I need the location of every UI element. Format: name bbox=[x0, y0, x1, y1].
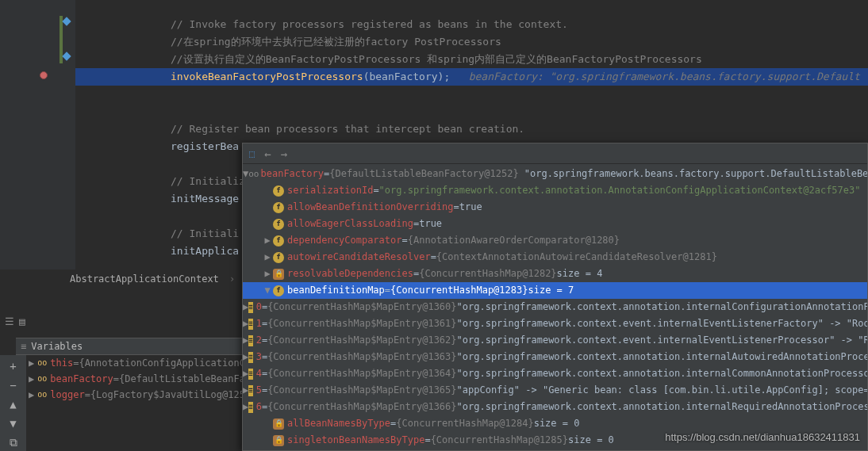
tree-node[interactable]: ▶🔒resolvableDependencies = {ConcurrentHa… bbox=[243, 266, 867, 282]
override-marker-icon[interactable] bbox=[62, 52, 71, 60]
type-value: {ConcurrentHashMap@1282} bbox=[419, 266, 556, 282]
string-value: "org.springframework.context.annotation.… bbox=[457, 349, 867, 365]
up-icon[interactable]: ▲ bbox=[6, 398, 21, 412]
field-name: autowireCandidateResolver bbox=[287, 249, 431, 266]
tree-node[interactable]: ▶≡0 = {ConcurrentHashMap$MapEntry@1360} … bbox=[243, 299, 867, 315]
field-name: dependencyComparator bbox=[287, 232, 402, 249]
variable-row[interactable]: ▶oo this = {AnnotationConfigApplicationC… bbox=[29, 355, 243, 371]
field-icon: f bbox=[273, 285, 284, 296]
tree-node[interactable]: ▶fdependencyComparator = {AnnotationAwar… bbox=[243, 232, 867, 249]
index-icon: ≡ bbox=[248, 319, 252, 330]
variable-row[interactable]: ▶oo logger = {LogFactory$JavaUtilLog@125 bbox=[29, 387, 243, 403]
lock-icon: 🔒 bbox=[273, 419, 284, 430]
expand-icon[interactable]: ▼ bbox=[262, 282, 273, 299]
variables-panel-header[interactable]: ≡ Variables bbox=[16, 338, 242, 355]
string-value: "appConfig" -> "Generic bean: class [com… bbox=[457, 382, 867, 399]
vars-icon: ≡ bbox=[21, 341, 26, 352]
field-icon: f bbox=[273, 219, 284, 230]
string-value: "org.springframework.context.annotation.… bbox=[457, 299, 867, 315]
index-label: 4 bbox=[256, 365, 262, 382]
type-value: {ConcurrentHashMap@1284} bbox=[396, 415, 533, 432]
string-value: "org.springframework.context.event.inter… bbox=[457, 315, 867, 332]
expand-icon[interactable]: ▶ bbox=[243, 365, 248, 382]
tree-node[interactable]: fallowBeanDefinitionOverriding = true bbox=[243, 199, 867, 216]
frames-icon[interactable]: ☰ bbox=[5, 315, 14, 327]
expand-icon[interactable]: ▶ bbox=[29, 371, 34, 387]
expand-icon[interactable]: ▶ bbox=[243, 332, 248, 349]
breadcrumb-item[interactable]: AbstractApplicationContext bbox=[70, 273, 219, 285]
expand-icon[interactable]: ▶ bbox=[262, 232, 273, 249]
index-label: 0 bbox=[256, 299, 262, 315]
expand-icon[interactable]: ▶ bbox=[262, 266, 273, 282]
lock-icon: 🔒 bbox=[273, 435, 284, 446]
expand-icon[interactable]: ▶ bbox=[243, 399, 248, 415]
index-icon: ≡ bbox=[248, 369, 252, 380]
breakpoint-icon[interactable] bbox=[40, 71, 48, 79]
expand-icon[interactable]: ▶ bbox=[243, 299, 248, 315]
expand-icon[interactable]: ▶ bbox=[262, 249, 273, 266]
target-icon[interactable]: ⬚ bbox=[249, 148, 255, 159]
string-value: "org.springframework.context.annotation.… bbox=[457, 365, 867, 382]
tree-node-root[interactable]: ▼ oo beanFactory = {DefaultListableBeanF… bbox=[243, 166, 867, 182]
goggles-icon: oo bbox=[37, 355, 47, 371]
tree-node[interactable]: ▶≡3 = {ConcurrentHashMap$MapEntry@1363} … bbox=[243, 349, 867, 365]
size-value: size = 0 bbox=[534, 415, 580, 432]
goggles-icon: oo bbox=[37, 371, 47, 387]
tree-node[interactable]: ▶≡5 = {ConcurrentHashMap$MapEntry@1365} … bbox=[243, 382, 867, 399]
size-value: size = 0 bbox=[568, 432, 614, 449]
tree-node[interactable]: ▼fbeanDefinitionMap = {ConcurrentHashMap… bbox=[243, 282, 867, 299]
field-icon: f bbox=[273, 252, 284, 263]
layout-icon[interactable]: ▤ bbox=[19, 315, 25, 327]
watermark: https://blog.csdn.net/dianhua18632411831 bbox=[665, 431, 860, 443]
gutter[interactable] bbox=[0, 0, 75, 269]
forward-icon[interactable]: → bbox=[281, 147, 287, 160]
index-icon: ≡ bbox=[248, 385, 252, 396]
type-value: {AnnotationAwareOrderComparator@1280} bbox=[408, 232, 620, 249]
lock-icon: 🔒 bbox=[273, 269, 284, 280]
copy-icon[interactable]: ⧉ bbox=[6, 436, 21, 450]
tree-node[interactable]: ▶≡1 = {ConcurrentHashMap$MapEntry@1361} … bbox=[243, 315, 867, 332]
chevron-right-icon: › bbox=[229, 273, 235, 285]
collapse-icon[interactable]: ▼ bbox=[243, 166, 248, 182]
expand-icon[interactable]: ▶ bbox=[29, 355, 34, 371]
expand-icon[interactable]: ▶ bbox=[243, 382, 248, 399]
down-icon[interactable]: ▼ bbox=[6, 417, 21, 431]
field-name: allowBeanDefinitionOverriding bbox=[287, 199, 454, 216]
type-value: {ContextAnnotationAutowireCandidateResol… bbox=[436, 249, 717, 266]
back-icon[interactable]: ← bbox=[264, 147, 271, 160]
expand-icon[interactable]: ▶ bbox=[29, 387, 34, 403]
tree-node[interactable]: ▶≡4 = {ConcurrentHashMap$MapEntry@1364} … bbox=[243, 365, 867, 382]
expand-icon[interactable]: ▶ bbox=[243, 349, 248, 365]
tree-node[interactable]: ▶≡6 = {ConcurrentHashMap$MapEntry@1366} … bbox=[243, 399, 867, 415]
field-name: allBeanNamesByType bbox=[287, 415, 390, 432]
variables-label: Variables bbox=[31, 341, 83, 352]
tree-node[interactable]: ▶≡2 = {ConcurrentHashMap$MapEntry@1362} … bbox=[243, 332, 867, 349]
code-comment: // Invoke factory processors registered … bbox=[171, 18, 568, 30]
size-value: size = 4 bbox=[557, 266, 603, 282]
tree-node[interactable]: fserializationId = "org.springframework.… bbox=[243, 182, 867, 199]
code-comment: //在spring的环境中去执行已经被注册的factory PostProces… bbox=[171, 36, 501, 48]
index-icon: ≡ bbox=[248, 352, 252, 363]
field-name: allowEagerClassLoading bbox=[287, 216, 413, 232]
current-exec-line: invokeBeanFactoryPostProcessors(beanFact… bbox=[75, 68, 868, 86]
tree-node[interactable]: fallowEagerClassLoading = true bbox=[243, 216, 867, 232]
bool-value: true bbox=[459, 199, 482, 216]
type-value: {ConcurrentHashMap@1283} bbox=[390, 282, 528, 299]
field-icon: f bbox=[273, 235, 284, 247]
popover-tree[interactable]: ▼ oo beanFactory = {DefaultListableBeanF… bbox=[243, 164, 867, 449]
field-name: resolvableDependencies bbox=[287, 266, 413, 282]
variable-row[interactable]: ▶oo beanFactory = {DefaultListableBeanFa… bbox=[29, 371, 243, 387]
add-watch-icon[interactable]: + bbox=[6, 360, 21, 374]
tree-node[interactable]: ▶fautowireCandidateResolver = {ContextAn… bbox=[243, 249, 867, 266]
index-label: 5 bbox=[256, 382, 262, 399]
remove-watch-icon[interactable]: − bbox=[6, 379, 21, 393]
goggles-icon: oo bbox=[248, 166, 259, 182]
type-value: {ConcurrentHashMap$MapEntry@1360} bbox=[267, 299, 456, 315]
variables-left-list[interactable]: ▶oo this = {AnnotationConfigApplicationC… bbox=[29, 355, 243, 403]
type-value: {ConcurrentHashMap$MapEntry@1365} bbox=[267, 382, 456, 399]
expand-icon[interactable]: ▶ bbox=[243, 315, 248, 332]
string-value: "org.springframework.context.annotation.… bbox=[457, 399, 867, 415]
tree-node[interactable]: 🔒allBeanNamesByType = {ConcurrentHashMap… bbox=[243, 415, 867, 432]
type-value: {ConcurrentHashMap@1285} bbox=[431, 432, 568, 449]
override-marker-icon[interactable] bbox=[62, 17, 71, 25]
